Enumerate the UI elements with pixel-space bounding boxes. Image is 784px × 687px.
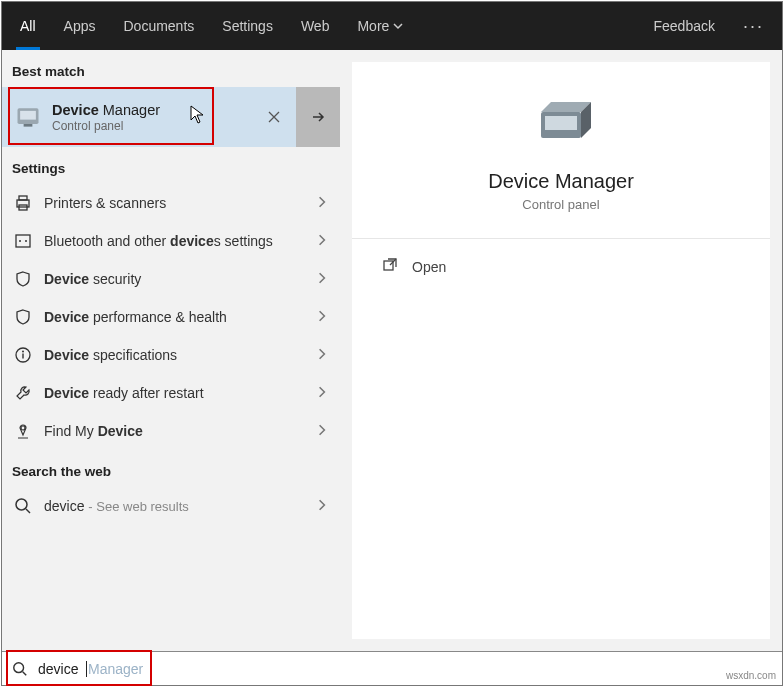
bluetooth-icon	[14, 232, 32, 250]
settings-item-0[interactable]: Printers & scanners	[2, 184, 340, 222]
settings-item-label: Device performance & health	[44, 309, 304, 325]
svg-rect-11	[22, 354, 23, 359]
svg-rect-6	[16, 235, 30, 247]
svg-rect-1	[20, 111, 36, 120]
tab-all[interactable]: All	[6, 2, 50, 50]
settings-item-label: Find My Device	[44, 423, 304, 439]
chevron-right-icon	[316, 271, 328, 287]
section-search-web: Search the web	[2, 450, 340, 487]
wrench-icon	[14, 384, 32, 402]
watermark: wsxdn.com	[726, 670, 776, 681]
search-input[interactable]	[38, 658, 86, 680]
svg-point-13	[16, 499, 27, 510]
close-button[interactable]	[252, 87, 296, 147]
chevron-right-icon	[316, 423, 328, 439]
shield-icon	[14, 308, 32, 326]
svg-rect-4	[19, 196, 27, 200]
tab-settings[interactable]: Settings	[208, 2, 287, 50]
web-result-item[interactable]: device - See web results	[2, 487, 340, 525]
search-bar[interactable]: Manager	[2, 651, 782, 685]
search-autocomplete-ghost: Manager	[86, 661, 143, 677]
chevron-right-icon	[316, 309, 328, 325]
open-preview-button[interactable]	[296, 87, 340, 147]
open-icon	[382, 257, 398, 276]
shield-icon	[14, 270, 32, 288]
results-panel: Best match Device Manager Control panel	[2, 50, 340, 651]
cursor-icon	[190, 105, 206, 129]
search-icon	[14, 497, 32, 515]
settings-item-label: Device specifications	[44, 347, 304, 363]
section-best-match: Best match	[2, 50, 340, 87]
locate-icon	[14, 422, 32, 440]
settings-item-label: Device security	[44, 271, 304, 287]
chevron-right-icon	[316, 233, 328, 249]
svg-point-7	[19, 240, 21, 242]
settings-item-4[interactable]: Device specifications	[2, 336, 340, 374]
svg-rect-15	[545, 116, 577, 130]
best-match-row: Device Manager Control panel	[2, 87, 340, 147]
preview-panel: Device Manager Control panel Open	[340, 50, 782, 651]
tab-documents[interactable]: Documents	[109, 2, 208, 50]
best-match-title: Device Manager	[52, 102, 160, 118]
tab-web[interactable]: Web	[287, 2, 344, 50]
preview-subtitle: Control panel	[522, 197, 599, 212]
printer-icon	[14, 194, 32, 212]
chevron-right-icon	[316, 195, 328, 211]
svg-point-12	[21, 426, 25, 430]
settings-item-3[interactable]: Device performance & health	[2, 298, 340, 336]
search-icon	[2, 661, 38, 677]
tab-apps[interactable]: Apps	[50, 2, 110, 50]
settings-item-label: Printers & scanners	[44, 195, 304, 211]
settings-item-2[interactable]: Device security	[2, 260, 340, 298]
svg-point-10	[22, 351, 24, 353]
svg-rect-2	[24, 124, 33, 127]
settings-item-6[interactable]: Find My Device	[2, 412, 340, 450]
overflow-menu-icon[interactable]: ···	[729, 16, 778, 37]
tab-more-label: More	[357, 18, 389, 34]
chevron-right-icon	[316, 385, 328, 401]
svg-point-8	[25, 240, 27, 242]
chevron-right-icon	[316, 347, 328, 363]
web-result-text: device - See web results	[44, 498, 304, 514]
feedback-link[interactable]: Feedback	[640, 18, 729, 34]
chevron-down-icon	[393, 18, 403, 34]
settings-item-1[interactable]: Bluetooth and other devices settings	[2, 222, 340, 260]
section-settings: Settings	[2, 147, 340, 184]
best-match-subtitle: Control panel	[52, 119, 160, 133]
chevron-right-icon	[316, 498, 328, 514]
best-match-item[interactable]: Device Manager Control panel	[2, 87, 252, 147]
device-manager-large-icon	[531, 92, 591, 152]
svg-rect-19	[384, 261, 393, 270]
settings-item-label: Device ready after restart	[44, 385, 304, 401]
open-action[interactable]: Open	[382, 257, 740, 276]
top-tab-bar: All Apps Documents Settings Web More Fee…	[2, 2, 782, 50]
info-icon	[14, 346, 32, 364]
open-label: Open	[412, 259, 446, 275]
tab-more[interactable]: More	[343, 2, 417, 50]
preview-title: Device Manager	[488, 170, 634, 193]
settings-item-label: Bluetooth and other devices settings	[44, 233, 304, 249]
svg-point-20	[14, 662, 24, 672]
device-manager-icon	[14, 103, 42, 131]
settings-item-5[interactable]: Device ready after restart	[2, 374, 340, 412]
